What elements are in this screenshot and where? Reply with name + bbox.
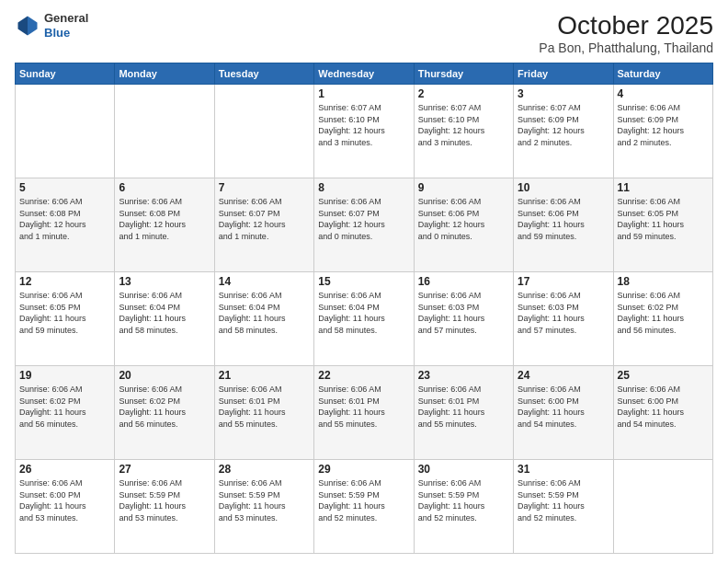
logo-blue: Blue — [44, 26, 88, 40]
day-number: 28 — [219, 463, 310, 476]
day-number: 6 — [119, 181, 210, 194]
day-info: Sunrise: 6:06 AM Sunset: 6:04 PM Dayligh… — [219, 290, 310, 336]
calendar-cell: 28Sunrise: 6:06 AM Sunset: 5:59 PM Dayli… — [214, 460, 313, 554]
calendar-cell: 18Sunrise: 6:06 AM Sunset: 6:02 PM Dayli… — [613, 272, 712, 366]
day-info: Sunrise: 6:06 AM Sunset: 6:02 PM Dayligh… — [618, 290, 709, 336]
calendar-cell: 24Sunrise: 6:06 AM Sunset: 6:00 PM Dayli… — [514, 366, 613, 460]
day-info: Sunrise: 6:06 AM Sunset: 6:07 PM Dayligh… — [318, 196, 409, 242]
day-number: 29 — [318, 463, 409, 476]
day-info: Sunrise: 6:06 AM Sunset: 6:03 PM Dayligh… — [518, 290, 609, 336]
calendar-cell: 22Sunrise: 6:06 AM Sunset: 6:01 PM Dayli… — [314, 366, 414, 460]
calendar-cell: 17Sunrise: 6:06 AM Sunset: 6:03 PM Dayli… — [514, 272, 613, 366]
calendar-cell: 14Sunrise: 6:06 AM Sunset: 6:04 PM Dayli… — [214, 272, 313, 366]
day-number: 13 — [119, 275, 210, 288]
weekday-row: SundayMondayTuesdayWednesdayThursdayFrid… — [16, 63, 713, 85]
day-number: 17 — [518, 275, 609, 288]
weekday-header-thursday: Thursday — [414, 63, 513, 85]
calendar-cell: 15Sunrise: 6:06 AM Sunset: 6:04 PM Dayli… — [314, 272, 414, 366]
calendar-cell: 23Sunrise: 6:06 AM Sunset: 6:01 PM Dayli… — [414, 366, 513, 460]
calendar-header: SundayMondayTuesdayWednesdayThursdayFrid… — [16, 63, 713, 85]
page: General Blue October 2025 Pa Bon, Phatth… — [0, 0, 728, 563]
day-info: Sunrise: 6:06 AM Sunset: 6:08 PM Dayligh… — [19, 196, 110, 242]
calendar-cell: 12Sunrise: 6:06 AM Sunset: 6:05 PM Dayli… — [16, 272, 115, 366]
day-info: Sunrise: 6:06 AM Sunset: 5:59 PM Dayligh… — [418, 477, 509, 523]
weekday-header-tuesday: Tuesday — [214, 63, 313, 85]
calendar-table: SundayMondayTuesdayWednesdayThursdayFrid… — [15, 63, 713, 554]
calendar-cell: 8Sunrise: 6:06 AM Sunset: 6:07 PM Daylig… — [314, 178, 414, 272]
day-number: 15 — [318, 275, 409, 288]
day-number: 11 — [618, 181, 709, 194]
day-info: Sunrise: 6:06 AM Sunset: 6:02 PM Dayligh… — [19, 384, 110, 430]
day-number: 2 — [418, 87, 509, 100]
calendar-cell: 5Sunrise: 6:06 AM Sunset: 6:08 PM Daylig… — [16, 178, 115, 272]
day-number: 3 — [518, 87, 609, 100]
day-info: Sunrise: 6:07 AM Sunset: 6:10 PM Dayligh… — [418, 102, 509, 148]
day-number: 20 — [119, 369, 210, 382]
page-title: October 2025 — [539, 11, 713, 40]
day-info: Sunrise: 6:06 AM Sunset: 6:01 PM Dayligh… — [219, 384, 310, 430]
svg-marker-0 — [28, 16, 38, 35]
logo-text: General Blue — [44, 11, 88, 40]
calendar-cell: 7Sunrise: 6:06 AM Sunset: 6:07 PM Daylig… — [214, 178, 313, 272]
calendar-week-3: 12Sunrise: 6:06 AM Sunset: 6:05 PM Dayli… — [16, 272, 713, 366]
day-number: 8 — [318, 181, 409, 194]
day-info: Sunrise: 6:06 AM Sunset: 5:59 PM Dayligh… — [518, 477, 609, 523]
day-number: 24 — [518, 369, 609, 382]
calendar-cell — [115, 85, 214, 178]
day-info: Sunrise: 6:06 AM Sunset: 6:00 PM Dayligh… — [518, 384, 609, 430]
weekday-header-wednesday: Wednesday — [314, 63, 414, 85]
day-info: Sunrise: 6:06 AM Sunset: 6:04 PM Dayligh… — [119, 290, 210, 336]
day-info: Sunrise: 6:06 AM Sunset: 6:03 PM Dayligh… — [418, 290, 509, 336]
calendar-week-1: 1Sunrise: 6:07 AM Sunset: 6:10 PM Daylig… — [16, 85, 713, 178]
svg-marker-1 — [18, 16, 28, 35]
calendar-cell: 1Sunrise: 6:07 AM Sunset: 6:10 PM Daylig… — [314, 85, 414, 178]
day-info: Sunrise: 6:06 AM Sunset: 6:05 PM Dayligh… — [618, 196, 709, 242]
day-number: 18 — [618, 275, 709, 288]
calendar-cell — [214, 85, 313, 178]
calendar-cell — [613, 460, 712, 554]
day-number: 22 — [318, 369, 409, 382]
day-info: Sunrise: 6:06 AM Sunset: 6:00 PM Dayligh… — [618, 384, 709, 430]
day-info: Sunrise: 6:06 AM Sunset: 6:06 PM Dayligh… — [418, 196, 509, 242]
day-number: 1 — [318, 87, 409, 100]
day-number: 21 — [219, 369, 310, 382]
weekday-header-monday: Monday — [115, 63, 214, 85]
title-block: October 2025 Pa Bon, Phatthalung, Thaila… — [539, 11, 713, 55]
day-info: Sunrise: 6:07 AM Sunset: 6:09 PM Dayligh… — [518, 102, 609, 148]
calendar-cell — [16, 85, 115, 178]
day-number: 4 — [618, 87, 709, 100]
day-number: 25 — [618, 369, 709, 382]
logo: General Blue — [15, 11, 88, 40]
header: General Blue October 2025 Pa Bon, Phatth… — [15, 11, 713, 55]
calendar-cell: 4Sunrise: 6:06 AM Sunset: 6:09 PM Daylig… — [613, 85, 712, 178]
day-info: Sunrise: 6:06 AM Sunset: 6:09 PM Dayligh… — [618, 102, 709, 148]
day-info: Sunrise: 6:07 AM Sunset: 6:10 PM Dayligh… — [318, 102, 409, 148]
day-info: Sunrise: 6:06 AM Sunset: 5:59 PM Dayligh… — [318, 477, 409, 523]
day-number: 26 — [19, 463, 110, 476]
day-info: Sunrise: 6:06 AM Sunset: 6:02 PM Dayligh… — [119, 384, 210, 430]
calendar-cell: 13Sunrise: 6:06 AM Sunset: 6:04 PM Dayli… — [115, 272, 214, 366]
calendar-cell: 11Sunrise: 6:06 AM Sunset: 6:05 PM Dayli… — [613, 178, 712, 272]
calendar-cell: 31Sunrise: 6:06 AM Sunset: 5:59 PM Dayli… — [514, 460, 613, 554]
calendar-cell: 26Sunrise: 6:06 AM Sunset: 6:00 PM Dayli… — [16, 460, 115, 554]
calendar-cell: 9Sunrise: 6:06 AM Sunset: 6:06 PM Daylig… — [414, 178, 513, 272]
calendar-body: 1Sunrise: 6:07 AM Sunset: 6:10 PM Daylig… — [16, 85, 713, 554]
day-number: 5 — [19, 181, 110, 194]
logo-general: General — [44, 11, 88, 26]
day-number: 9 — [418, 181, 509, 194]
calendar-cell: 25Sunrise: 6:06 AM Sunset: 6:00 PM Dayli… — [613, 366, 712, 460]
calendar-week-2: 5Sunrise: 6:06 AM Sunset: 6:08 PM Daylig… — [16, 178, 713, 272]
calendar-cell: 30Sunrise: 6:06 AM Sunset: 5:59 PM Dayli… — [414, 460, 513, 554]
day-info: Sunrise: 6:06 AM Sunset: 6:07 PM Dayligh… — [219, 196, 310, 242]
day-info: Sunrise: 6:06 AM Sunset: 6:01 PM Dayligh… — [418, 384, 509, 430]
calendar-cell: 20Sunrise: 6:06 AM Sunset: 6:02 PM Dayli… — [115, 366, 214, 460]
calendar-week-5: 26Sunrise: 6:06 AM Sunset: 6:00 PM Dayli… — [16, 460, 713, 554]
day-number: 10 — [518, 181, 609, 194]
day-number: 16 — [418, 275, 509, 288]
page-subtitle: Pa Bon, Phatthalung, Thailand — [539, 40, 713, 55]
calendar-cell: 3Sunrise: 6:07 AM Sunset: 6:09 PM Daylig… — [514, 85, 613, 178]
day-number: 14 — [219, 275, 310, 288]
calendar-cell: 21Sunrise: 6:06 AM Sunset: 6:01 PM Dayli… — [214, 366, 313, 460]
day-info: Sunrise: 6:06 AM Sunset: 6:08 PM Dayligh… — [119, 196, 210, 242]
day-number: 7 — [219, 181, 310, 194]
